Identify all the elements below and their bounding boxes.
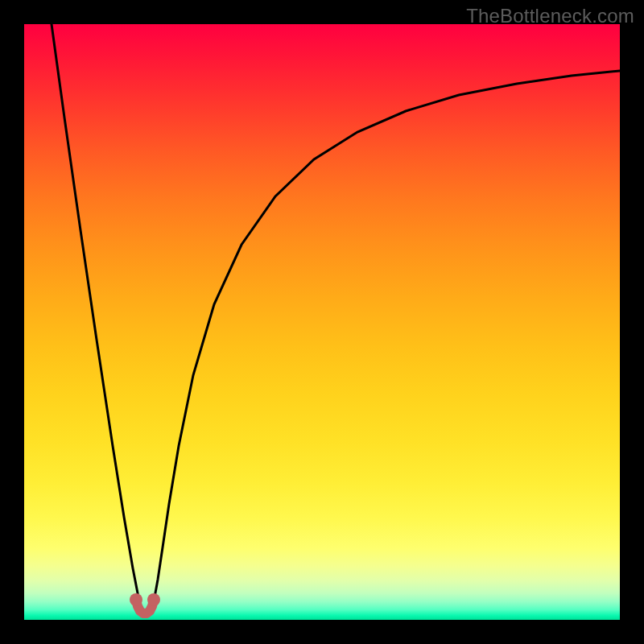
- watermark-text: TheBottleneck.com: [466, 5, 634, 27]
- chart-svg: [24, 24, 620, 620]
- bottleneck-curve: [52, 24, 620, 614]
- valley-endpoint-left: [130, 593, 142, 606]
- chart-frame: TheBottleneck.com: [0, 0, 644, 644]
- plot-area: [24, 24, 620, 620]
- valley-endpoint-right: [147, 593, 160, 606]
